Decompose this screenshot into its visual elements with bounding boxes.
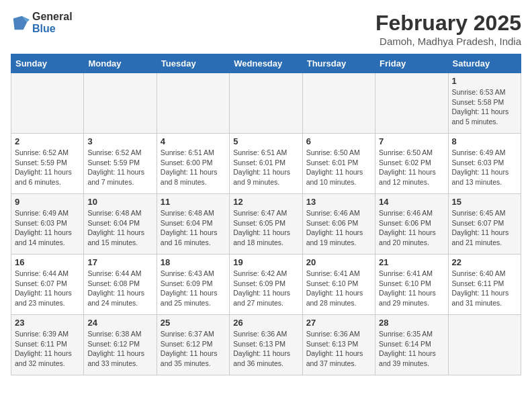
weekday-thursday: Thursday bbox=[302, 54, 375, 73]
day-number: 25 bbox=[161, 318, 226, 328]
day-info: Sunrise: 6:38 AM Sunset: 6:12 PM Dayligh… bbox=[87, 329, 152, 369]
day-number: 4 bbox=[161, 136, 226, 146]
weekday-saturday: Saturday bbox=[448, 54, 521, 73]
title-block: February 2025 Damoh, Madhya Pradesh, Ind… bbox=[375, 11, 521, 47]
day-number: 7 bbox=[379, 136, 444, 146]
weekday-sunday: Sunday bbox=[11, 54, 84, 73]
calendar-cell: 3Sunrise: 6:52 AM Sunset: 5:59 PM Daylig… bbox=[84, 134, 157, 194]
weekday-row: SundayMondayTuesdayWednesdayThursdayFrid… bbox=[11, 54, 521, 73]
day-info: Sunrise: 6:41 AM Sunset: 6:10 PM Dayligh… bbox=[379, 269, 444, 308]
calendar-cell: 10Sunrise: 6:48 AM Sunset: 6:04 PM Dayli… bbox=[84, 194, 157, 255]
calendar-cell: 6Sunrise: 6:50 AM Sunset: 6:01 PM Daylig… bbox=[302, 134, 375, 194]
day-number: 15 bbox=[452, 197, 517, 207]
calendar-cell: 15Sunrise: 6:45 AM Sunset: 6:07 PM Dayli… bbox=[448, 194, 521, 255]
day-number: 22 bbox=[452, 257, 517, 267]
calendar-cell bbox=[448, 315, 521, 375]
calendar-cell: 1Sunrise: 6:53 AM Sunset: 5:58 PM Daylig… bbox=[448, 73, 521, 134]
day-number: 5 bbox=[233, 136, 298, 146]
day-info: Sunrise: 6:48 AM Sunset: 6:04 PM Dayligh… bbox=[87, 208, 152, 248]
weekday-monday: Monday bbox=[84, 54, 157, 73]
day-info: Sunrise: 6:41 AM Sunset: 6:10 PM Dayligh… bbox=[306, 269, 371, 308]
day-info: Sunrise: 6:52 AM Sunset: 5:59 PM Dayligh… bbox=[15, 148, 80, 187]
day-number: 17 bbox=[87, 257, 152, 267]
calendar-week-3: 9Sunrise: 6:49 AM Sunset: 6:03 PM Daylig… bbox=[11, 194, 521, 255]
day-info: Sunrise: 6:44 AM Sunset: 6:08 PM Dayligh… bbox=[87, 269, 152, 308]
day-info: Sunrise: 6:36 AM Sunset: 6:13 PM Dayligh… bbox=[233, 329, 298, 369]
day-info: Sunrise: 6:49 AM Sunset: 6:03 PM Dayligh… bbox=[15, 208, 80, 248]
calendar-cell: 14Sunrise: 6:46 AM Sunset: 6:06 PM Dayli… bbox=[375, 194, 448, 255]
day-info: Sunrise: 6:39 AM Sunset: 6:11 PM Dayligh… bbox=[15, 329, 80, 369]
day-info: Sunrise: 6:51 AM Sunset: 6:00 PM Dayligh… bbox=[161, 148, 226, 187]
calendar-cell: 16Sunrise: 6:44 AM Sunset: 6:07 PM Dayli… bbox=[11, 255, 84, 315]
calendar-cell: 8Sunrise: 6:49 AM Sunset: 6:03 PM Daylig… bbox=[448, 134, 521, 194]
calendar-cell bbox=[11, 73, 84, 134]
calendar-table: SundayMondayTuesdayWednesdayThursdayFrid… bbox=[11, 54, 521, 375]
day-number: 11 bbox=[161, 197, 226, 207]
logo-icon bbox=[11, 13, 30, 32]
day-number: 3 bbox=[87, 136, 152, 146]
calendar-cell: 22Sunrise: 6:40 AM Sunset: 6:11 PM Dayli… bbox=[448, 255, 521, 315]
day-number: 23 bbox=[15, 318, 80, 328]
calendar-cell: 27Sunrise: 6:36 AM Sunset: 6:13 PM Dayli… bbox=[302, 315, 375, 375]
calendar-cell bbox=[302, 73, 375, 134]
calendar-cell: 4Sunrise: 6:51 AM Sunset: 6:00 PM Daylig… bbox=[157, 134, 229, 194]
calendar-cell: 26Sunrise: 6:36 AM Sunset: 6:13 PM Dayli… bbox=[230, 315, 302, 375]
day-info: Sunrise: 6:46 AM Sunset: 6:06 PM Dayligh… bbox=[379, 208, 444, 248]
calendar-cell: 2Sunrise: 6:52 AM Sunset: 5:59 PM Daylig… bbox=[11, 134, 84, 194]
calendar-cell: 24Sunrise: 6:38 AM Sunset: 6:12 PM Dayli… bbox=[84, 315, 157, 375]
logo: General Blue bbox=[11, 11, 73, 34]
day-info: Sunrise: 6:52 AM Sunset: 5:59 PM Dayligh… bbox=[87, 148, 152, 187]
day-info: Sunrise: 6:49 AM Sunset: 6:03 PM Dayligh… bbox=[452, 148, 517, 187]
page-header: General Blue February 2025 Damoh, Madhya… bbox=[11, 11, 521, 47]
day-info: Sunrise: 6:43 AM Sunset: 6:09 PM Dayligh… bbox=[161, 269, 226, 308]
calendar-cell: 9Sunrise: 6:49 AM Sunset: 6:03 PM Daylig… bbox=[11, 194, 84, 255]
calendar-cell: 7Sunrise: 6:50 AM Sunset: 6:02 PM Daylig… bbox=[375, 134, 448, 194]
calendar-cell: 12Sunrise: 6:47 AM Sunset: 6:05 PM Dayli… bbox=[230, 194, 302, 255]
day-number: 21 bbox=[379, 257, 444, 267]
day-info: Sunrise: 6:42 AM Sunset: 6:09 PM Dayligh… bbox=[233, 269, 298, 308]
day-number: 1 bbox=[452, 76, 517, 86]
calendar-cell bbox=[84, 73, 157, 134]
day-number: 26 bbox=[233, 318, 298, 328]
day-info: Sunrise: 6:48 AM Sunset: 6:04 PM Dayligh… bbox=[161, 208, 226, 248]
day-info: Sunrise: 6:50 AM Sunset: 6:01 PM Dayligh… bbox=[306, 148, 371, 187]
calendar-title: February 2025 bbox=[375, 11, 521, 36]
weekday-tuesday: Tuesday bbox=[157, 54, 229, 73]
day-number: 19 bbox=[233, 257, 298, 267]
day-info: Sunrise: 6:35 AM Sunset: 6:14 PM Dayligh… bbox=[379, 329, 444, 369]
day-number: 14 bbox=[379, 197, 444, 207]
day-number: 10 bbox=[87, 197, 152, 207]
day-number: 20 bbox=[306, 257, 371, 267]
day-number: 16 bbox=[15, 257, 80, 267]
day-number: 27 bbox=[306, 318, 371, 328]
day-number: 8 bbox=[452, 136, 517, 146]
day-info: Sunrise: 6:37 AM Sunset: 6:12 PM Dayligh… bbox=[161, 329, 226, 369]
calendar-cell: 28Sunrise: 6:35 AM Sunset: 6:14 PM Dayli… bbox=[375, 315, 448, 375]
day-info: Sunrise: 6:36 AM Sunset: 6:13 PM Dayligh… bbox=[306, 329, 371, 369]
calendar-week-2: 2Sunrise: 6:52 AM Sunset: 5:59 PM Daylig… bbox=[11, 134, 521, 194]
day-info: Sunrise: 6:40 AM Sunset: 6:11 PM Dayligh… bbox=[452, 269, 517, 308]
calendar-week-4: 16Sunrise: 6:44 AM Sunset: 6:07 PM Dayli… bbox=[11, 255, 521, 315]
calendar-cell: 21Sunrise: 6:41 AM Sunset: 6:10 PM Dayli… bbox=[375, 255, 448, 315]
calendar-cell: 18Sunrise: 6:43 AM Sunset: 6:09 PM Dayli… bbox=[157, 255, 229, 315]
day-number: 9 bbox=[15, 197, 80, 207]
calendar-cell: 17Sunrise: 6:44 AM Sunset: 6:08 PM Dayli… bbox=[84, 255, 157, 315]
calendar-week-5: 23Sunrise: 6:39 AM Sunset: 6:11 PM Dayli… bbox=[11, 315, 521, 375]
logo-text: General Blue bbox=[32, 11, 73, 34]
calendar-header: SundayMondayTuesdayWednesdayThursdayFrid… bbox=[11, 54, 521, 73]
day-info: Sunrise: 6:46 AM Sunset: 6:06 PM Dayligh… bbox=[306, 208, 371, 248]
day-number: 18 bbox=[161, 257, 226, 267]
calendar-cell: 20Sunrise: 6:41 AM Sunset: 6:10 PM Dayli… bbox=[302, 255, 375, 315]
calendar-cell: 23Sunrise: 6:39 AM Sunset: 6:11 PM Dayli… bbox=[11, 315, 84, 375]
day-info: Sunrise: 6:47 AM Sunset: 6:05 PM Dayligh… bbox=[233, 208, 298, 248]
logo-general: General bbox=[32, 11, 73, 23]
weekday-friday: Friday bbox=[375, 54, 448, 73]
day-number: 2 bbox=[15, 136, 80, 146]
calendar-cell bbox=[230, 73, 302, 134]
day-number: 12 bbox=[233, 197, 298, 207]
calendar-cell: 19Sunrise: 6:42 AM Sunset: 6:09 PM Dayli… bbox=[230, 255, 302, 315]
calendar-cell bbox=[157, 73, 229, 134]
day-info: Sunrise: 6:50 AM Sunset: 6:02 PM Dayligh… bbox=[379, 148, 444, 187]
logo-blue: Blue bbox=[32, 23, 73, 35]
day-number: 24 bbox=[87, 318, 152, 328]
